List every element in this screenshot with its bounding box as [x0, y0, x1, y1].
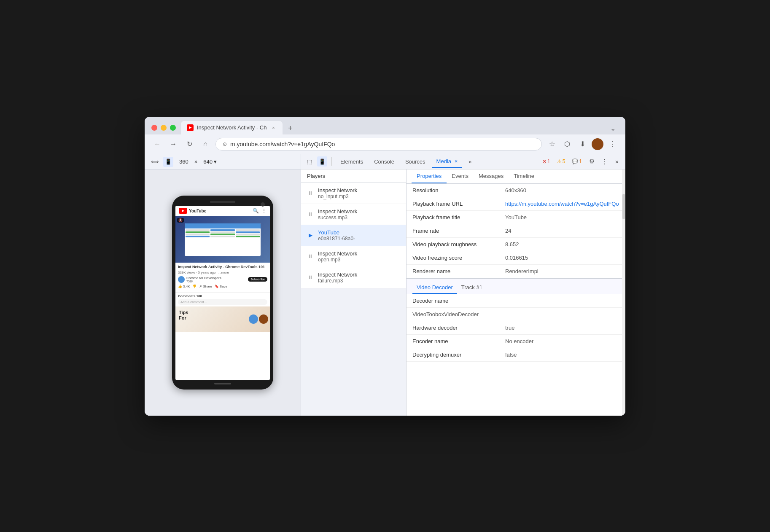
url-text: m.youtube.com/watch?v=e1gAyQuIFQo: [230, 141, 535, 148]
more-tabs-button[interactable]: »: [464, 156, 476, 167]
profile-button[interactable]: [592, 138, 603, 150]
tab-close-icon[interactable]: ×: [270, 124, 277, 131]
dislike-icon: 👎: [192, 285, 197, 288]
warning-count: 5: [563, 159, 565, 164]
search-icon[interactable]: 🔍: [253, 208, 259, 214]
back-button[interactable]: ←: [151, 138, 163, 150]
player-item-3[interactable]: ⏸ Inspect Network open.mp3: [301, 246, 406, 267]
home-button[interactable]: ⌂: [199, 138, 211, 150]
mobile-container: YouTube 🔍 ⋮: [145, 170, 301, 416]
address-icon: ⊙: [223, 141, 227, 147]
tab-media[interactable]: Media ×: [432, 156, 462, 168]
prop-renderer: Renderer name RendererImpl: [407, 265, 625, 278]
download-button[interactable]: ⬇: [576, 138, 588, 150]
prop-decrypting: Decrypting demuxer false: [407, 348, 625, 362]
phone-frame: YouTube 🔍 ⋮: [172, 196, 273, 390]
media-tab-close-icon[interactable]: ×: [455, 158, 458, 164]
tab-events[interactable]: Events: [447, 169, 474, 183]
settings-button[interactable]: ⚙: [587, 156, 597, 167]
device-toolbar-button[interactable]: 📱: [317, 156, 327, 167]
bookmark-button[interactable]: ☆: [546, 138, 558, 150]
prop-value-frame-title: YouTube: [505, 214, 619, 220]
tab-timeline[interactable]: Timeline: [509, 169, 539, 183]
tab-dropdown-button[interactable]: ⌄: [607, 123, 619, 134]
prop-name-decrypting: Decrypting demuxer: [412, 352, 505, 358]
player-item-2[interactable]: ▶ YouTube e0b81871-68a0-: [301, 225, 406, 246]
width-selector[interactable]: 360: [177, 158, 191, 166]
devtools-close-button[interactable]: ×: [612, 156, 622, 167]
player-item-4[interactable]: ⏸ Inspect Network failure.mp3: [301, 267, 406, 288]
decoder-tab-track[interactable]: Track #1: [457, 282, 487, 294]
yt-logo-text: YouTube: [189, 209, 206, 213]
active-tab[interactable]: ▶ Inspect Network Activity - Ch ×: [181, 121, 283, 134]
phone-screen: YouTube 🔍 ⋮: [175, 206, 270, 380]
address-bar[interactable]: ⊙ m.youtube.com/watch?v=e1gAyQuIFQo: [215, 138, 542, 150]
tab-elements[interactable]: Elements: [336, 156, 367, 167]
promo-icon-chrome: [249, 314, 258, 324]
prop-value-hw-decoder: true: [505, 325, 619, 331]
traffic-lights: [151, 125, 176, 131]
share-button[interactable]: ↗ Share: [199, 285, 212, 288]
vti-row-4: [210, 236, 234, 237]
video-thumb-inner: [185, 223, 260, 256]
tab-properties[interactable]: Properties: [412, 169, 447, 183]
device-icon[interactable]: 📱: [163, 157, 173, 167]
yt-header: YouTube 🔍 ⋮: [175, 206, 270, 216]
dislike-button[interactable]: 👎: [192, 285, 197, 288]
player-details-4: Inspect Network failure.mp3: [318, 271, 357, 284]
scrollbar-thumb[interactable]: [622, 194, 625, 219]
vti-row-green-3: [236, 236, 260, 237]
channel-row: Chrome for Developers 758K Subscribe: [178, 276, 267, 283]
player-file-3: open.mp3: [318, 257, 357, 263]
yt-logo-icon: [179, 208, 187, 214]
save-button[interactable]: 🔖 Save: [215, 285, 227, 288]
media-content: Players ⏸ Inspect Network no_input.mp3 ⏸…: [301, 169, 625, 416]
width-value: 360: [179, 159, 188, 165]
phone-notch: [210, 201, 235, 203]
decoder-tabs: Video Decoder Track #1: [407, 279, 625, 294]
tab-console[interactable]: Console: [370, 156, 398, 167]
tab-title: Inspect Network Activity - Ch: [197, 124, 267, 131]
new-tab-button[interactable]: +: [284, 123, 296, 134]
close-button[interactable]: [151, 125, 157, 131]
video-thumbnail[interactable]: 🔇: [175, 216, 270, 263]
prop-resolution: Resolution 640x360: [407, 184, 625, 197]
decoder-tab-video[interactable]: Video Decoder: [412, 282, 457, 294]
prop-roughness: Video playback roughness 8.652: [407, 238, 625, 251]
player-item-0[interactable]: ⏸ Inspect Network no_input.mp3: [301, 183, 406, 204]
inspect-element-button[interactable]: ⬚: [304, 156, 315, 167]
prop-value-playback-url[interactable]: https://m.youtube.com/watch?v=e1gAyQuIFQ…: [505, 201, 619, 207]
subscribe-button[interactable]: Subscribe: [248, 277, 267, 282]
comment-input[interactable]: Add a comment...: [178, 299, 267, 305]
toolbar-separator: [331, 157, 332, 166]
share-label: Share: [203, 285, 212, 288]
minimize-button[interactable]: [161, 125, 167, 131]
comments-title: Comments 108: [178, 294, 267, 298]
height-selector[interactable]: 640 ▾: [201, 158, 219, 166]
responsive-icon[interactable]: ⟺: [150, 157, 160, 167]
player-item-1[interactable]: ⏸ Inspect Network success.mp3: [301, 204, 406, 225]
tab-sources[interactable]: Sources: [401, 156, 430, 167]
nav-actions: ☆ ⬡ ⬇ ⋮: [546, 138, 619, 150]
maximize-button[interactable]: [170, 125, 176, 131]
error-badge: ⊗ 1: [540, 158, 552, 165]
extensions-button[interactable]: ⬡: [561, 138, 573, 150]
more-icon[interactable]: ⋮: [261, 208, 267, 214]
vti-row-2: [186, 234, 210, 235]
vti-row-green-2: [210, 234, 234, 235]
share-icon: ↗: [199, 285, 202, 288]
reload-button[interactable]: ↻: [183, 138, 195, 150]
nav-bar: ← → ↻ ⌂ ⊙ m.youtube.com/watch?v=e1gAyQuI…: [145, 134, 625, 154]
player-icon-1: ⏸: [307, 211, 314, 217]
forward-button[interactable]: →: [167, 138, 179, 150]
prop-name-freezing: Video freezing score: [412, 255, 505, 261]
action-row: 👍 3.4K 👎 ↗ Share: [178, 285, 267, 288]
chrome-menu-button[interactable]: ⋮: [607, 138, 619, 150]
devtools-more-button[interactable]: ⋮: [599, 156, 609, 167]
tab-messages[interactable]: Messages: [474, 169, 509, 183]
video-title: Inspect Network Activity - Chrome DevToo…: [178, 265, 267, 270]
scrollbar-track[interactable]: [622, 169, 625, 416]
like-button[interactable]: 👍 3.4K: [178, 285, 190, 288]
error-count: 1: [547, 159, 550, 164]
viewport-toolbar: ⟺ 📱 360 × 640 ▾: [145, 154, 301, 170]
